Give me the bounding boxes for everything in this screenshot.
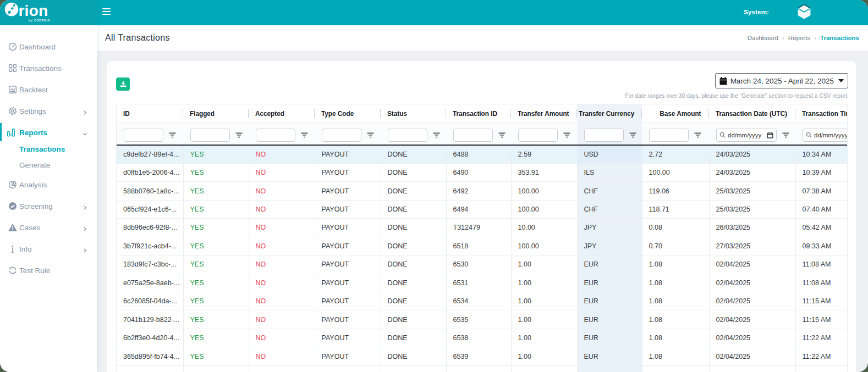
svg-text:rion: rion [19, 2, 48, 19]
svg-text:by CODENIX: by CODENIX [29, 19, 50, 22]
